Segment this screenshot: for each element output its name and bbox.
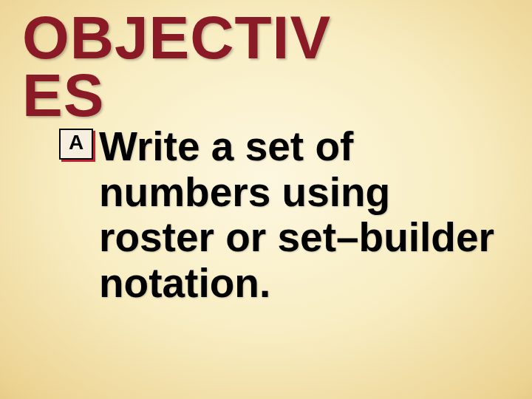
heading-line2: ES — [22, 61, 104, 129]
slide: OBJECTIV ES A Write a set of numbers usi… — [0, 0, 532, 399]
objective-text: Write a set of numbers using roster or s… — [99, 124, 513, 306]
objectives-heading: OBJECTIV ES — [22, 9, 331, 124]
objective-label-box: A — [59, 129, 93, 160]
